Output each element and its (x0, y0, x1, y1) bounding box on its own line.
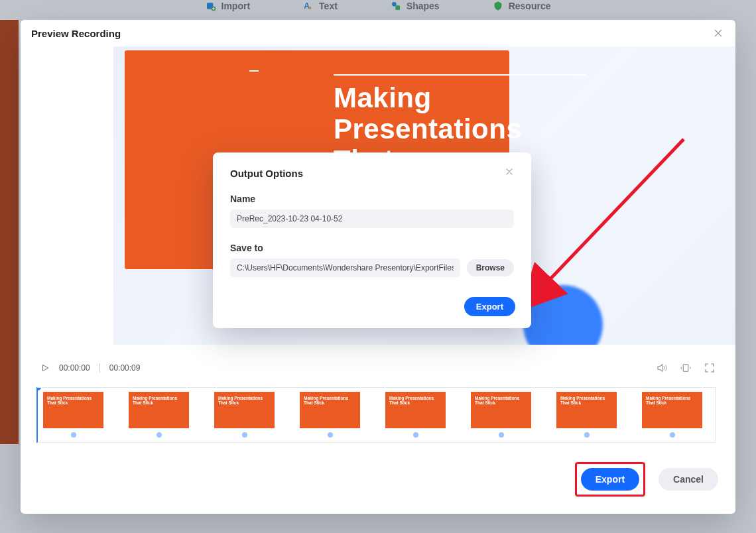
app-background: Import Aa Text Shapes Resource Preview R… (0, 0, 756, 533)
thumb-title: Making Presentations That Stick (304, 396, 356, 406)
thumb-dot (499, 432, 504, 438)
timeline-thumb[interactable]: Making Presentations That Stick (300, 392, 360, 442)
timeline-thumb[interactable]: Making Presentations That Stick (556, 392, 617, 442)
aspect-icon[interactable] (680, 362, 692, 374)
time-separator (99, 363, 100, 373)
total-time: 00:00:09 (109, 363, 141, 373)
output-export-button[interactable]: Export (464, 297, 515, 316)
timeline-thumb[interactable]: Making Presentations That Stick (471, 392, 531, 442)
thumb-dot (157, 432, 162, 438)
thumb-title: Making Presentations That Stick (47, 396, 99, 406)
playback-bar: 00:00:00 00:00:09 (21, 351, 735, 385)
thumb-dot (71, 432, 76, 438)
preview-recording-modal: Preview Recording Making Presentations T… (21, 20, 735, 514)
preview-footer: Export Cancel (575, 462, 718, 497)
slide-accent-dash (249, 70, 259, 72)
fullscreen-icon[interactable] (704, 362, 716, 374)
timeline-thumb[interactable]: Making Presentations That Stick (385, 392, 446, 442)
browse-button[interactable]: Browse (467, 259, 514, 276)
timeline-thumb[interactable]: Making Presentations That Stick (43, 392, 103, 442)
playback-right (656, 362, 716, 374)
export-button[interactable]: Export (581, 468, 639, 491)
thumb-title: Making Presentations That Stick (475, 396, 527, 406)
cancel-button[interactable]: Cancel (659, 468, 718, 491)
volume-icon[interactable] (656, 362, 668, 374)
name-label: Name (230, 194, 514, 204)
close-icon (713, 28, 724, 38)
output-options-dialog: Output Options Name Save to Browse Expor… (213, 152, 531, 328)
thumb-dot (413, 432, 418, 438)
svg-rect-6 (683, 365, 688, 372)
output-options-title: Output Options (230, 168, 303, 179)
thumb-dot (584, 432, 590, 438)
timeline-thumb[interactable]: Making Presentations That Stick (642, 392, 702, 442)
name-input[interactable] (230, 209, 514, 228)
playback-left: 00:00:00 00:00:09 (40, 363, 140, 373)
thumb-title: Making Presentations That Stick (560, 396, 613, 406)
preview-close-button[interactable] (712, 27, 725, 40)
timeline-thumb[interactable]: Making Presentations That Stick (129, 392, 189, 442)
output-options-close-button[interactable] (505, 167, 514, 179)
thumb-dot (328, 432, 333, 438)
preview-header: Preview Recording (21, 20, 735, 46)
thumb-dot (242, 432, 247, 438)
thumb-title: Making Presentations That Stick (133, 396, 185, 406)
save-to-input[interactable] (230, 259, 460, 277)
preview-title: Preview Recording (31, 28, 121, 39)
timeline-thumb[interactable]: Making Presentations That Stick (214, 392, 275, 442)
output-options-header: Output Options (230, 167, 514, 179)
play-icon[interactable] (40, 363, 50, 373)
close-icon (505, 167, 514, 176)
export-highlight-box: Export (575, 462, 645, 497)
thumb-title: Making Presentations That Stick (389, 396, 442, 406)
thumb-title: Making Presentations That Stick (646, 396, 698, 406)
slide-rule (334, 74, 586, 76)
canvas-left-pad (21, 46, 113, 345)
timeline[interactable]: Making Presentations That Stick Making P… (36, 387, 716, 443)
thumb-title: Making Presentations That Stick (218, 396, 271, 406)
current-time: 00:00:00 (59, 363, 90, 373)
save-to-label: Save to (230, 243, 514, 253)
thumb-dot (670, 432, 675, 438)
